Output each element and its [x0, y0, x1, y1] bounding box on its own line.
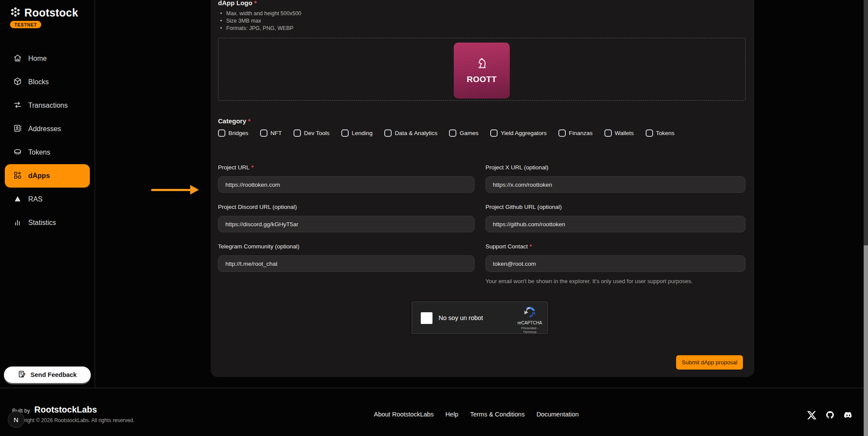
triangle-icon	[13, 194, 22, 205]
sidebar-item-dapps[interactable]: dApps	[5, 164, 90, 188]
sidebar-item-tokens[interactable]: Tokens	[5, 141, 90, 164]
sidebar-item-label: Statistics	[28, 219, 56, 227]
category-checkbox-lending[interactable]: Lending	[341, 129, 373, 137]
sidebar-item-label: Addresses	[28, 125, 61, 133]
checkbox[interactable]	[294, 129, 301, 137]
checkbox[interactable]	[341, 129, 349, 137]
checkbox[interactable]	[260, 129, 267, 137]
checkbox[interactable]	[490, 129, 498, 137]
footer-link-about-rootstocklabs[interactable]: About RootstockLabs	[374, 411, 434, 418]
built-by: Built by RootstockLabs	[12, 405, 97, 415]
field-project-url: Project URL*	[218, 164, 475, 193]
project-discord-url-input[interactable]	[218, 216, 475, 232]
sidebar-item-addresses[interactable]: Addresses	[5, 117, 90, 141]
footer-link-documentation[interactable]: Documentation	[536, 411, 579, 418]
contact-card-icon	[13, 124, 22, 135]
sidebar-item-blocks[interactable]: Blocks	[5, 70, 90, 94]
checkbox[interactable]	[384, 129, 392, 137]
sidebar-item-label: Home	[28, 55, 47, 63]
sidebar-item-label: dApps	[28, 172, 50, 180]
feedback-note-icon	[18, 370, 26, 380]
required-asterisk: *	[248, 117, 251, 125]
checkbox[interactable]	[558, 129, 566, 137]
field-project-github-url: Project Github URL (optional)	[485, 204, 746, 232]
field-support-contact: Support Contact* Your email won't be sho…	[485, 243, 746, 284]
dapp-proposal-card: dApp Logo* Max. width and height 500x500…	[211, 0, 754, 377]
field-project-x-url: Project X URL (optional)	[485, 164, 746, 193]
required-asterisk: *	[530, 243, 532, 250]
swap-arrows-icon	[13, 100, 22, 111]
checkbox[interactable]	[449, 129, 456, 137]
project-github-url-input[interactable]	[485, 216, 746, 232]
logo-preview-tile: ROOTT	[454, 43, 510, 99]
annotation-arrow	[151, 185, 199, 195]
arrow-shaft	[151, 189, 191, 191]
arrow-head	[190, 185, 199, 195]
send-feedback-button[interactable]: Send Feedback	[4, 367, 91, 383]
recaptcha-checkbox[interactable]	[421, 312, 432, 324]
footer-link-help[interactable]: Help	[446, 411, 459, 418]
footer-social-icons	[807, 410, 853, 421]
category-label: Category*	[218, 117, 251, 125]
support-contact-input[interactable]	[485, 255, 746, 272]
n-overlay-badge[interactable]: N	[8, 411, 24, 428]
sidebar-item-transactions[interactable]: Transactions	[5, 94, 90, 117]
sidebar-item-label: Transactions	[28, 102, 68, 109]
category-checkbox-bridges[interactable]: Bridges	[218, 129, 248, 137]
required-asterisk: *	[254, 0, 257, 7]
sidebar-item-ras[interactable]: RAS	[5, 188, 90, 211]
copyright-text: Copyright © 2026 RootstockLabs. All righ…	[12, 417, 135, 423]
checkbox[interactable]	[646, 129, 653, 137]
recaptcha-checkbox-label: No soy un robot	[439, 314, 483, 321]
recaptcha-brand-label: reCAPTCHA	[516, 320, 543, 325]
category-checkbox-nft[interactable]: NFT	[260, 129, 282, 137]
scrollbar-thumb[interactable]	[864, 245, 868, 436]
sidebar-item-label: Blocks	[28, 78, 49, 86]
recaptcha-widget: No soy un robot reCAPTCHA Privacidad - T…	[412, 301, 548, 334]
sidebar-item-label: Tokens	[28, 149, 50, 156]
knight-icon	[475, 57, 489, 73]
category-checkbox-data-analytics[interactable]: Data & Analytics	[384, 129, 437, 137]
field-label: Project Github URL (optional)	[485, 204, 746, 210]
github-icon[interactable]	[825, 410, 835, 421]
send-feedback-label: Send Feedback	[30, 371, 76, 378]
project-url-input[interactable]	[218, 176, 475, 193]
project-x-url-input[interactable]	[485, 176, 746, 193]
grid-plus-icon	[13, 171, 22, 182]
telegram-community-input[interactable]	[218, 255, 475, 272]
category-checkbox-tokens[interactable]: Tokens	[646, 129, 675, 137]
field-project-discord-url: Project Discord URL (optional)	[218, 204, 475, 232]
checkbox[interactable]	[604, 129, 612, 137]
submit-dapp-proposal-button[interactable]: Submit dApp proposal	[676, 355, 743, 370]
page: Rootstock TESTNET Home Blocks Transactio…	[0, 0, 868, 436]
brand-logo[interactable]: Rootstock	[10, 6, 78, 20]
sidebar-item-statistics[interactable]: Statistics	[5, 211, 90, 235]
category-checkbox-dev-tools[interactable]: Dev Tools	[294, 129, 330, 137]
cube-icon	[13, 77, 22, 88]
required-asterisk: *	[251, 164, 254, 171]
home-icon	[13, 53, 22, 64]
recaptcha-branding: reCAPTCHA Privacidad - Términos	[516, 305, 543, 334]
built-by-brand[interactable]: RootstockLabs	[34, 405, 97, 415]
category-checkbox-yield-aggregators[interactable]: Yield Aggregators	[490, 129, 547, 137]
checkbox[interactable]	[218, 129, 225, 137]
recaptcha-privacy-terms-links[interactable]: Privacidad - Términos	[516, 326, 543, 334]
logo-requirement: Max. width and height 500x500	[220, 10, 301, 17]
logo-upload-dropzone[interactable]: ROOTT	[218, 38, 746, 101]
form-fields-grid: Project URL* Project X URL (optional) Pr…	[218, 164, 746, 284]
field-telegram-community: Telegram Community (optional)	[218, 243, 475, 284]
bar-chart-icon	[13, 218, 22, 228]
footer-link-terms-conditions[interactable]: Terms & Conditions	[470, 411, 525, 418]
x-icon[interactable]	[807, 410, 816, 421]
sidebar-item-home[interactable]: Home	[5, 47, 90, 70]
sidebar: Rootstock TESTNET Home Blocks Transactio…	[0, 0, 95, 388]
rootstock-flower-icon	[10, 6, 21, 20]
discord-icon[interactable]	[844, 410, 853, 421]
field-label: Project Discord URL (optional)	[218, 204, 475, 210]
support-contact-helper-text: Your email won't be shown in the explore…	[485, 278, 746, 284]
sidebar-nav: Home Blocks Transactions Addresses Token…	[0, 47, 95, 235]
logo-preview-text: ROOTT	[467, 75, 497, 84]
category-checkbox-wallets[interactable]: Wallets	[604, 129, 634, 137]
category-checkbox-finanzas[interactable]: Finanzas	[558, 129, 593, 137]
category-checkbox-games[interactable]: Games	[449, 129, 479, 137]
